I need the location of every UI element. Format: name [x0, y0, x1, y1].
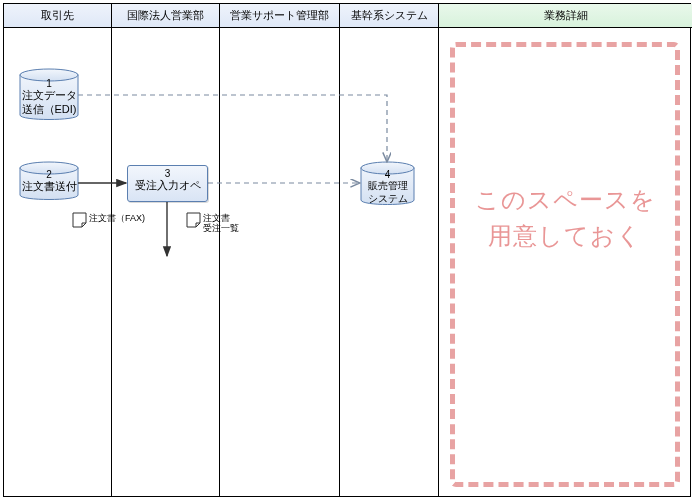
lane-header-support: 営業サポート管理部	[220, 4, 340, 28]
diagram-canvas: 取引先国際法人営業部営業サポート管理部基幹系システム業務詳細	[0, 0, 695, 501]
node-3-num: 3	[165, 168, 171, 179]
node-3-process: 3 受注入力オペ	[127, 165, 208, 202]
lane-header-detail: 業務詳細	[439, 4, 692, 28]
node-1-text: 1 注文データ送信（EDI)	[20, 78, 78, 117]
node-4-label: 販売管理システム	[368, 180, 408, 205]
lane-header-torihikisaki: 取引先	[4, 4, 112, 28]
lane-header-kokusai: 国際法人営業部	[112, 4, 220, 28]
note-list-text: 注文書受注一覧	[203, 214, 239, 234]
node-3-label: 受注入力オペ	[135, 179, 201, 193]
lane-header-kikan: 基幹系システム	[340, 4, 439, 28]
lane-body-kokusai	[112, 28, 220, 496]
node-2-num: 2	[46, 169, 52, 180]
annotation-line2: 用意しておく	[488, 222, 642, 249]
annotation-line1: このスペースを	[475, 186, 656, 213]
node-4-text: 4 販売管理システム	[361, 169, 414, 205]
node-1-num: 1	[46, 78, 52, 89]
annotation-text: このスペースを 用意しておく	[475, 182, 656, 254]
note-fax: 注文書（FAX)	[87, 214, 145, 224]
node-2-text: 2 注文書送付	[20, 169, 78, 194]
lane-body-kikan	[340, 28, 439, 496]
node-1-label: 注文データ送信（EDI)	[22, 89, 77, 117]
node-4-num: 4	[385, 169, 391, 180]
detail-reserved-space: このスペースを 用意しておく	[450, 42, 680, 487]
node-2-label: 注文書送付	[22, 180, 77, 194]
note-fax-text: 注文書（FAX)	[89, 214, 145, 224]
note-list: 注文書受注一覧	[201, 214, 239, 234]
lane-body-support	[220, 28, 340, 496]
